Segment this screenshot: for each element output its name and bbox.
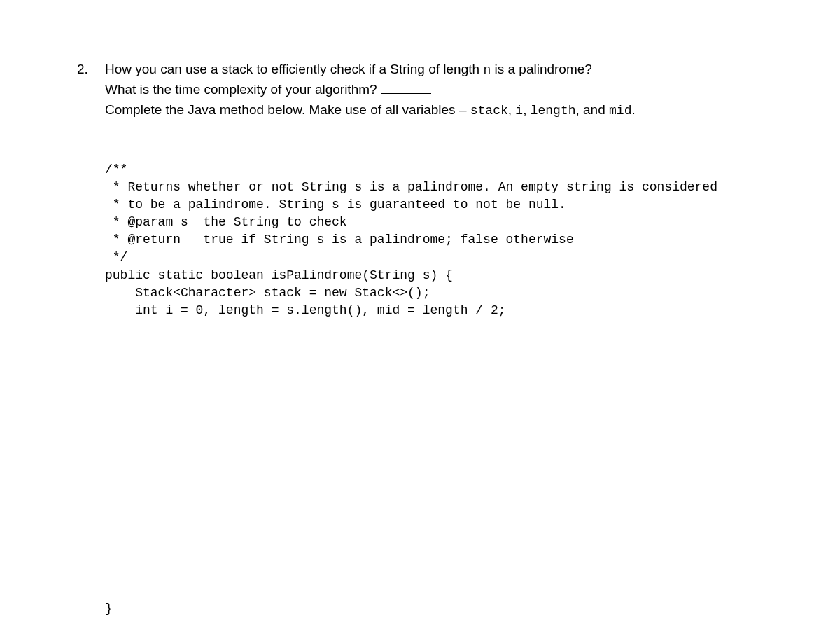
q2-text: What is the time complexity of your algo… [105,82,381,97]
question-line-2: What is the time complexity of your algo… [105,80,763,100]
q3-code-length: length [531,104,576,118]
q3-sep1: , [508,102,516,117]
q3-code-stack: stack [470,104,508,118]
code-line-9: int i = 0, length = s.length(), mid = le… [105,302,763,319]
answer-blank[interactable] [381,93,431,94]
q3-code-mid: mid [609,104,631,118]
q3-sep2: , [523,102,531,117]
question-block: 2. How you can use a stack to efficientl… [77,60,763,618]
q1-text-prefix: How you can use a stack to efficiently c… [105,62,483,76]
q3-code-i: i [515,104,523,118]
code-line-5: * @return true if String s is a palindro… [105,231,763,249]
question-content: How you can use a stack to efficiently c… [105,60,763,618]
code-line-7: public static boolean isPalindrome(Strin… [105,267,763,284]
q3-text-prefix: Complete the Java method below. Make use… [105,102,470,117]
q3-sep3: , and [576,102,610,117]
code-line-3: * to be a palindrome. String s is guaran… [105,196,763,214]
q3-suffix: . [631,102,635,117]
code-line-2: * Returns whether or not String s is a p… [105,179,763,196]
code-line-1: /** [105,161,763,179]
code-line-6: */ [105,249,763,266]
code-block: /** * Returns whether or not String s is… [105,161,763,320]
code-closing-brace: } [105,600,763,618]
q1-code-n: n [483,63,491,77]
code-line-4: * @param s the String to check [105,214,763,231]
question-line-3: Complete the Java method below. Make use… [105,100,763,120]
q1-text-suffix: is a palindrome? [491,62,592,76]
question-number: 2. [77,60,105,80]
question-line-1: How you can use a stack to efficiently c… [105,60,763,80]
code-line-8: Stack<Character> stack = new Stack<>(); [105,284,763,302]
